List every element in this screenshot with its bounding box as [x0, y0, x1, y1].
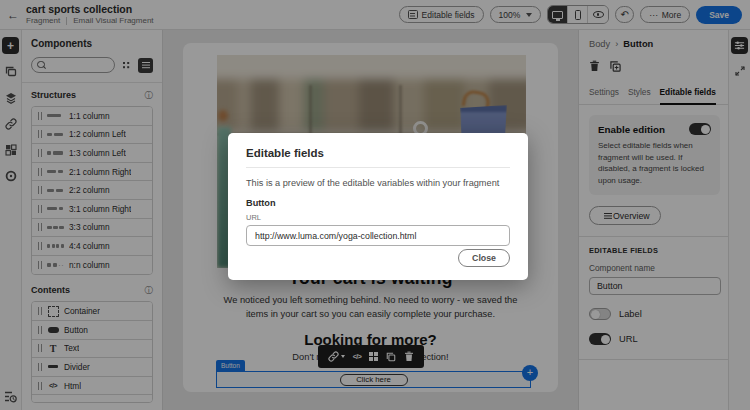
modal-description: This is a preview of the editable variab… [246, 178, 510, 188]
url-field-label: URL [246, 213, 510, 222]
editable-fields-modal: Editable fields This is a preview of the… [228, 133, 528, 280]
fragment-editor-app: ← cart sports collection Fragment Email … [0, 0, 750, 410]
modal-field-group-title: Button [246, 198, 510, 208]
url-input[interactable] [246, 225, 510, 246]
close-button[interactable]: Close [458, 249, 510, 267]
modal-title: Editable fields [228, 133, 528, 167]
